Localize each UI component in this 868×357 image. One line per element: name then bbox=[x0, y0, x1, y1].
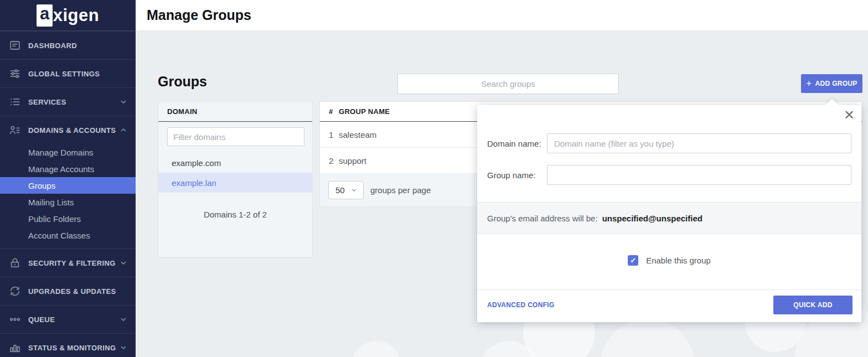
sidebar-item-label: DASHBOARD bbox=[28, 42, 128, 50]
sidebar: axigen DASHBOARD GLOBAL SETTINGS SERVICE… bbox=[0, 0, 136, 357]
sidebar-item-global-settings[interactable]: GLOBAL SETTINGS bbox=[0, 59, 136, 87]
sidebar-item-manage-accounts[interactable]: Manage Accounts bbox=[0, 161, 136, 177]
popup-caret bbox=[825, 99, 839, 105]
search-groups-input[interactable] bbox=[397, 74, 619, 94]
chevron-down-icon bbox=[119, 315, 128, 324]
sidebar-item-label: SECURITY & FILTERING bbox=[28, 259, 119, 267]
domain-column-header: DOMAIN bbox=[158, 102, 312, 122]
user-list-icon bbox=[9, 124, 21, 136]
group-name-cell: salesteam bbox=[339, 130, 376, 139]
sidebar-item-label: UPGRADES & UPDATES bbox=[28, 287, 128, 296]
sidebar-item-groups[interactable]: Groups bbox=[0, 177, 136, 194]
sidebar-item-account-classes[interactable]: Account Classes bbox=[0, 227, 136, 244]
sidebar-item-security-filtering[interactable]: SECURITY & FILTERING bbox=[0, 249, 136, 277]
sidebar-item-public-folders[interactable]: Public Folders bbox=[0, 210, 136, 227]
enable-group-row: ✓ Enable this group bbox=[477, 255, 861, 266]
list-icon bbox=[9, 96, 21, 108]
sub-item-label: Account Classes bbox=[28, 231, 90, 240]
domain-row-example-lan[interactable]: example.lan bbox=[158, 173, 312, 193]
add-group-label: ADD GROUP bbox=[815, 80, 857, 87]
sidebar-item-label: DOMAINS & ACCOUNTS bbox=[28, 126, 119, 134]
advanced-config-link[interactable]: ADVANCED CONFIG bbox=[487, 301, 555, 309]
sub-item-label: Public Folders bbox=[28, 214, 81, 224]
domain-row-example-com[interactable]: example.com bbox=[158, 153, 312, 173]
group-name-cell: support bbox=[339, 156, 366, 165]
sub-item-label: Groups bbox=[28, 181, 55, 190]
sidebar-item-label: GLOBAL SETTINGS bbox=[28, 70, 128, 78]
chevron-down-icon bbox=[350, 187, 358, 194]
add-group-button[interactable]: + ADD GROUP bbox=[801, 74, 862, 93]
sidebar-item-dashboard[interactable]: DASHBOARD bbox=[0, 31, 136, 59]
sidebar-item-services[interactable]: SERVICES bbox=[0, 87, 136, 116]
sidebar-item-manage-domains[interactable]: Manage Domains bbox=[0, 144, 136, 161]
add-group-popup: ✕ Domain name: Group name: Group's email… bbox=[477, 105, 861, 322]
filter-domains-input[interactable] bbox=[167, 127, 304, 146]
group-name-input[interactable] bbox=[547, 165, 851, 185]
domain-name: example.com bbox=[172, 158, 221, 168]
sidebar-item-label: STATUS & MONITORING bbox=[28, 344, 119, 352]
axigen-logo: axigen bbox=[0, 0, 136, 31]
refresh-icon bbox=[9, 285, 21, 297]
sidebar-item-label: SERVICES bbox=[28, 98, 119, 106]
decorative-circle bbox=[601, 319, 695, 357]
logo-a-mark: a bbox=[37, 4, 53, 27]
enable-group-label: Enable this group bbox=[646, 256, 711, 265]
sidebar-item-label: QUEUE bbox=[28, 315, 119, 324]
domain-name-field-row: Domain name: bbox=[477, 133, 861, 153]
sidebar-item-domains-accounts[interactable]: DOMAINS & ACCOUNTS bbox=[0, 116, 136, 144]
sliders-icon bbox=[9, 68, 21, 80]
app-root: { "app": { "logo_a": "a", "logo_rest": "… bbox=[0, 0, 868, 357]
main-content: Groups + ADD GROUP DOMAIN example.com ex… bbox=[136, 31, 868, 357]
chevron-down-icon bbox=[119, 343, 128, 352]
column-header-group-name: GROUP NAME bbox=[339, 107, 390, 116]
sidebar-item-status-monitoring[interactable]: STATUS & MONITORING bbox=[0, 333, 136, 357]
email-preview-value: unspecified@unspecified bbox=[602, 214, 702, 223]
groups-section-title: Groups bbox=[158, 74, 207, 90]
plus-icon: + bbox=[806, 79, 812, 88]
close-icon[interactable]: ✕ bbox=[844, 108, 855, 122]
row-number: 2 bbox=[320, 156, 339, 165]
bar-chart-icon bbox=[9, 342, 21, 354]
domains-count-label: Domains 1-2 of 2 bbox=[158, 210, 312, 219]
logo-text: xigen bbox=[53, 6, 99, 25]
popup-divider bbox=[477, 289, 861, 290]
decorative-circle bbox=[352, 341, 401, 357]
domains-accounts-submenu: Manage Domains Manage Accounts Groups Ma… bbox=[0, 144, 136, 249]
enable-group-checkbox[interactable]: ✓ bbox=[628, 255, 638, 266]
page-title: Manage Groups bbox=[147, 7, 251, 23]
per-page-select[interactable]: 50 bbox=[328, 181, 364, 199]
queue-dots-icon bbox=[9, 313, 21, 325]
domain-panel: DOMAIN example.com example.lan Domains 1… bbox=[158, 101, 313, 257]
quick-add-button[interactable]: QUICK ADD bbox=[773, 296, 852, 314]
per-page-value: 50 bbox=[335, 185, 345, 195]
domain-name-label: Domain name: bbox=[477, 139, 547, 148]
lock-icon bbox=[9, 257, 21, 269]
sidebar-item-queue[interactable]: QUEUE bbox=[0, 305, 136, 333]
group-name-label: Group name: bbox=[477, 170, 547, 180]
sub-item-label: Mailing Lists bbox=[28, 198, 74, 207]
chevron-up-icon bbox=[119, 126, 128, 134]
per-page-label: groups per page bbox=[370, 185, 431, 195]
sub-item-label: Manage Accounts bbox=[28, 164, 94, 174]
chevron-down-icon bbox=[119, 258, 128, 267]
sidebar-item-mailing-lists[interactable]: Mailing Lists bbox=[0, 194, 136, 210]
domain-name-input[interactable] bbox=[547, 133, 851, 153]
email-preview-prefix: Group's email address will be: bbox=[487, 214, 598, 223]
sidebar-item-upgrades-updates[interactable]: UPGRADES & UPDATES bbox=[0, 277, 136, 305]
group-name-field-row: Group name: bbox=[477, 165, 861, 185]
email-preview-band: Group's email address will be: unspecifi… bbox=[477, 202, 861, 234]
dashboard-icon bbox=[9, 39, 21, 51]
domain-name: example.lan bbox=[172, 178, 216, 188]
sub-item-label: Manage Domains bbox=[28, 148, 94, 157]
row-number: 1 bbox=[320, 130, 339, 139]
top-header: Manage Groups bbox=[136, 0, 868, 31]
chevron-down-icon bbox=[119, 97, 128, 106]
column-header-number: # bbox=[320, 107, 339, 116]
